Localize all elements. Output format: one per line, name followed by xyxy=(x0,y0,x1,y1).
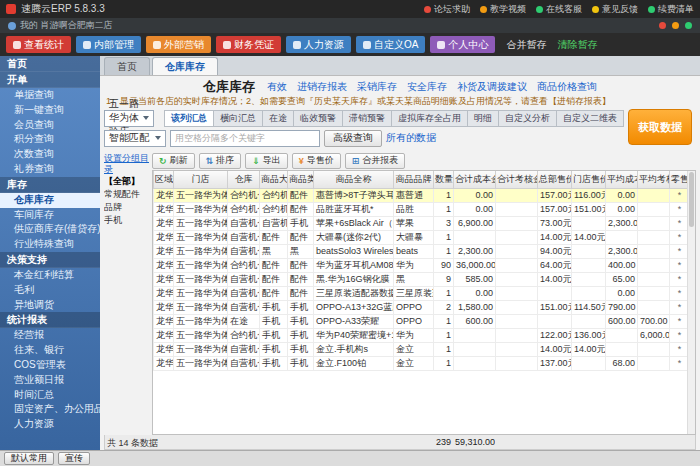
sidebar-item-one-key-query[interactable]: 新一键查询 xyxy=(0,103,100,118)
column-header[interactable]: 平均成本价 xyxy=(606,171,638,188)
sidebar-item-workshop-stock[interactable]: 车间库存 xyxy=(0,208,100,223)
link-inv-report[interactable]: 进销存报表 xyxy=(297,80,347,94)
column-header[interactable]: 商品大类 xyxy=(260,171,288,188)
sidebar-item-gross-profit[interactable]: 毛利 xyxy=(0,283,100,298)
column-header[interactable]: 合计成本金额 xyxy=(454,171,496,188)
export-button[interactable]: ⇓导出 xyxy=(245,153,288,169)
link-purchase-stock[interactable]: 采销库存 xyxy=(357,80,397,94)
table-row[interactable]: 龙华五一路华为体验店合约机仓合约机配件品胜蓝牙耳机*品胜10.00157.00元… xyxy=(154,202,690,216)
refresh-button[interactable]: ↻刷新 xyxy=(152,153,195,169)
titlebar-link-online-service[interactable]: 在线客服 xyxy=(536,3,582,16)
advanced-search-button[interactable]: 高级查询 xyxy=(324,130,382,147)
sidebar-item-time-summary[interactable]: 时间汇总 xyxy=(0,388,100,403)
sidebar-item-remote-transfer[interactable]: 异地调货 xyxy=(0,298,100,313)
group-item[interactable]: 手机 xyxy=(104,214,152,227)
tab-home[interactable]: 首页 xyxy=(104,57,150,75)
sidebar-item-supplier-stock[interactable]: 供应商库存(借贷存) xyxy=(0,222,100,237)
tab-warehouse-stock[interactable]: 仓库库存 xyxy=(152,57,218,75)
export-price-button[interactable]: ¥导售价 xyxy=(292,153,341,169)
sidebar-section-billing[interactable]: 开单 xyxy=(0,72,100,88)
view-tab[interactable]: 虚拟库存全占用 xyxy=(392,110,468,127)
personal-center-button[interactable]: 个人中心 xyxy=(430,36,495,53)
sidebar-item-accounts-bank[interactable]: 往来、银行 xyxy=(0,343,100,358)
sidebar-section-stock[interactable]: 库存 xyxy=(0,177,100,193)
table-row[interactable]: 龙华五一路华为体验店合约机仓配件配件华为蓝牙耳机AM08华为9036,000.0… xyxy=(154,258,690,272)
sidebar-item-daily-sales[interactable]: 营业额日报 xyxy=(0,373,100,388)
link-valid[interactable]: 有效 xyxy=(267,80,287,94)
table-row[interactable]: 龙华五一路华为体验店自营机仓配件配件大疆暴(迷你2代)大疆暴114.00元14.… xyxy=(154,230,690,244)
finance-voucher-button[interactable]: 财务凭证 xyxy=(216,36,281,53)
promo-button[interactable]: 宣传 xyxy=(58,452,90,465)
link-price-query[interactable]: 商品价格查询 xyxy=(537,80,597,94)
column-header[interactable]: 商品类别 xyxy=(288,171,314,188)
sidebar-section-reports[interactable]: 统计报表 xyxy=(0,312,100,328)
group-item[interactable]: 常规配件 xyxy=(104,188,152,201)
view-tab[interactable]: 临效预警 xyxy=(294,110,343,127)
view-tab[interactable]: 在途 xyxy=(263,110,294,127)
column-header[interactable]: 总部售价 xyxy=(538,171,572,188)
sidebar-section-decision[interactable]: 决策支持 xyxy=(0,252,100,268)
table-row[interactable]: 龙华五一路华为体验店合约机仓合约机配件惠普博>8T子弹头耳机*惠普通10.001… xyxy=(154,188,690,202)
sidebar-item-fixed-assets[interactable]: 固定资产、办公用品 xyxy=(0,402,100,417)
view-tab[interactable]: 该列汇总 xyxy=(164,110,214,127)
sidebar-item-cos-report[interactable]: COS管理表 xyxy=(0,358,100,373)
sidebar-item-points-query[interactable]: 积分查询 xyxy=(0,132,100,147)
table-row[interactable]: 龙华五一路华为体验店自营机仓配件配件黑.华为16G钢化膜黑9585.0014.0… xyxy=(154,272,690,286)
sidebar-item-member-query[interactable]: 会员查询 xyxy=(0,118,100,133)
message-icon[interactable] xyxy=(672,22,679,29)
sidebar-item-industry-query[interactable]: 行业特殊查询 xyxy=(0,237,100,252)
table-row[interactable]: 龙华五一路华为体验店合约机仓手机手机华为P40荣耀蜜境+128G版 玉蓝华为11… xyxy=(154,328,690,342)
default-common-button[interactable]: 默认常用 xyxy=(4,452,54,465)
table-row[interactable]: 龙华五一路华为体验店自营机仓黑黑beatsSolo3 Wireless红beat… xyxy=(154,244,690,258)
sidebar-item-warehouse-stock[interactable]: 仓库库存 xyxy=(0,193,100,208)
column-header[interactable]: 门店 xyxy=(174,171,228,188)
view-tab[interactable]: 自定义二维表 xyxy=(557,110,624,127)
sidebar-item-hr-report[interactable]: 人力资源 xyxy=(0,417,100,432)
table-row[interactable]: 龙华五一路华为体验店在途手机手机OPPO-A33荣耀OPPO1600.00600… xyxy=(154,314,690,328)
internal-mgmt-button[interactable]: 内部管理 xyxy=(76,36,141,53)
link-replenish-advice[interactable]: 补货及调拨建议 xyxy=(457,80,527,94)
table-row[interactable]: 龙华五一路华为体验店自营机仓手机手机OPPO-A13+32G蓝颜想OPPO21,… xyxy=(154,300,690,314)
sidebar-item-doc-query[interactable]: 单据查询 xyxy=(0,88,100,103)
keyword-input[interactable] xyxy=(170,130,320,147)
sidebar-item-capital-settle[interactable]: 本金红利结算 xyxy=(0,268,100,283)
fetch-data-button[interactable]: 获取数据 xyxy=(628,109,692,145)
view-tab[interactable]: 横向汇总 xyxy=(214,110,263,127)
column-header[interactable]: 平均考核价 xyxy=(638,171,670,188)
vertical-scrollbar[interactable] xyxy=(687,171,695,434)
column-header[interactable]: 门店售价 xyxy=(572,171,606,188)
notification-icon[interactable] xyxy=(659,22,666,29)
merge-temp-button[interactable]: 合并暂存 xyxy=(506,38,546,52)
titlebar-link-forum-help[interactable]: 论坛求助 xyxy=(424,3,470,16)
match-mode-select[interactable]: 智能匹配 xyxy=(104,130,166,147)
column-header[interactable]: 合计考核金额 xyxy=(496,171,538,188)
group-settings-link[interactable]: 设置分组目录 xyxy=(104,153,152,175)
hr-button[interactable]: 人力资源 xyxy=(286,36,351,53)
titlebar-link-renewal-list[interactable]: 续费清单 xyxy=(648,3,694,16)
column-header[interactable]: 区域 xyxy=(154,171,174,188)
group-item[interactable]: 【全部】 xyxy=(104,175,152,188)
sidebar-item-coupon-query[interactable]: 礼券查询 xyxy=(0,162,100,177)
clear-temp-button[interactable]: 清除暂存 xyxy=(557,38,597,52)
store-select[interactable]: 五一路华为体验店 xyxy=(104,110,154,127)
column-header[interactable]: 商品全称 xyxy=(314,171,394,188)
link-safety-stock[interactable]: 安全库存 xyxy=(407,80,447,94)
view-tab[interactable]: 明细 xyxy=(468,110,499,127)
custom-oa-button[interactable]: 自定义OA xyxy=(356,36,425,53)
table-row[interactable]: 龙华五一路华为体验店自营机仓配件配件三星原装适配器数据线三星原装适配线10.00… xyxy=(154,286,690,300)
external-marketing-button[interactable]: 外部营销 xyxy=(146,36,211,53)
column-header[interactable]: 数量 xyxy=(434,171,454,188)
view-tab[interactable]: 自定义分析 xyxy=(499,110,557,127)
titlebar-link-tutorial-video[interactable]: 教学视频 xyxy=(480,3,526,16)
table-row[interactable]: 龙华五一路华为体验店自营机仓手机手机金立.手机构s金立114.00元14.00元… xyxy=(154,342,690,356)
scrollbar-thumb[interactable] xyxy=(689,172,694,227)
table-row[interactable]: 龙华五一路华为体验店自营机仓自营机手机苹果+6sBlack Air（D32）12… xyxy=(154,216,690,230)
all-data-link[interactable]: 所有的数据 xyxy=(386,131,436,145)
merge-report-button[interactable]: ⊞合并报表 xyxy=(345,153,406,169)
view-tab[interactable]: 滞销预警 xyxy=(343,110,392,127)
titlebar-link-feedback[interactable]: 意见反馈 xyxy=(592,3,638,16)
column-header[interactable]: 商品品牌 xyxy=(394,171,434,188)
table-row[interactable]: 龙华五一路华为体验店自营机仓手机手机金立.F100铂金立1137.00元68.0… xyxy=(154,356,690,370)
sidebar-item-operation-report[interactable]: 经营报 xyxy=(0,328,100,343)
column-header[interactable]: 仓库 xyxy=(228,171,260,188)
